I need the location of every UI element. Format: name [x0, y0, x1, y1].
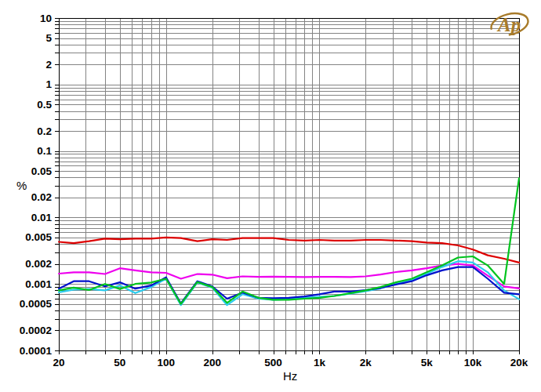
svg-text:1: 1 [45, 78, 52, 90]
svg-text:0.005: 0.005 [25, 231, 52, 243]
svg-text:0.05: 0.05 [31, 165, 53, 177]
svg-text:10: 10 [40, 13, 52, 24]
plot-frame [60, 19, 520, 351]
logo-text: Ap [496, 14, 521, 35]
svg-text:0.001: 0.001 [25, 278, 52, 290]
svg-text:500: 500 [264, 357, 282, 368]
svg-text:0.01: 0.01 [31, 212, 53, 223]
svg-text:0.2: 0.2 [37, 125, 52, 137]
y-axis-unit-label: % [16, 180, 27, 191]
svg-text:0.5: 0.5 [37, 99, 52, 111]
svg-text:20: 20 [53, 357, 64, 368]
svg-text:20k: 20k [510, 357, 528, 368]
svg-text:100: 100 [157, 357, 175, 368]
svg-text:200: 200 [203, 357, 221, 368]
svg-text:0.1: 0.1 [37, 145, 52, 157]
thd-vs-frequency-plot: 105210.50.20.10.050.020.010.0050.0020.00… [0, 0, 541, 392]
svg-text:5: 5 [45, 32, 52, 44]
audio-precision-logo: Ap [486, 7, 533, 40]
svg-text:5k: 5k [421, 357, 434, 368]
svg-text:2k: 2k [360, 357, 372, 368]
svg-text:10k: 10k [464, 357, 482, 368]
grid [59, 18, 520, 351]
svg-text:0.0001: 0.0001 [20, 345, 53, 357]
svg-text:0.002: 0.002 [25, 258, 52, 270]
x-axis-unit-label: Hz [283, 370, 297, 382]
thd-chart-svg: 105210.50.20.10.050.020.010.0050.0020.00… [0, 0, 541, 392]
svg-text:0.02: 0.02 [31, 191, 52, 203]
svg-text:1k: 1k [314, 357, 326, 368]
svg-text:50: 50 [114, 357, 125, 368]
svg-text:0.0005: 0.0005 [20, 298, 53, 310]
svg-text:2: 2 [45, 59, 52, 71]
svg-text:0.0002: 0.0002 [20, 325, 52, 336]
